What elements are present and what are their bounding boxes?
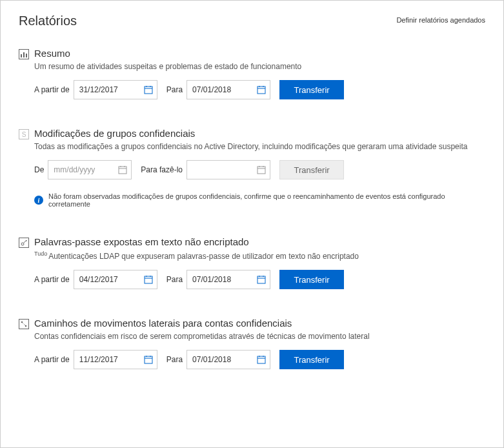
sup-label: Tudo — [34, 250, 47, 257]
svg-rect-1 — [23, 52, 25, 57]
section-title: Palavras-passe expostas em texto não enc… — [34, 236, 249, 247]
from-date-value: 04/12/2017 — [79, 275, 118, 284]
schedule-reports-link[interactable]: Definir relatórios agendados — [396, 16, 485, 24]
to-date-input[interactable]: 07/01/2018 — [186, 270, 270, 289]
info-message: i Não foram observadas modificações de g… — [34, 192, 485, 208]
s-badge-icon: S — [19, 129, 29, 139]
page-header: Relatórios Definir relatórios agendados — [19, 14, 485, 28]
calendar-icon — [118, 165, 127, 174]
section-title: Caminhos de movimentos laterais para con… — [34, 318, 292, 329]
svg-rect-2 — [26, 54, 27, 57]
to-date-input[interactable]: 07/01/2018 — [186, 350, 270, 369]
to-label: Para — [166, 355, 183, 364]
section-desc: TudoAutenticações LDAP que expuseram pal… — [34, 250, 485, 261]
section-lateral-movement: Caminhos de movimentos laterais para con… — [19, 318, 485, 369]
from-label: De — [34, 165, 44, 174]
section-group-modifications: S Modificações de grupos confidenciais T… — [19, 128, 485, 208]
from-date-value: 31/12/2017 — [79, 85, 118, 94]
to-date-input[interactable]: 07/01/2018 — [186, 80, 270, 99]
download-button[interactable]: Transferir — [279, 270, 344, 289]
from-label: A partir de — [34, 85, 70, 94]
svg-line-32 — [22, 322, 26, 326]
section-desc: Um resumo de atividades suspeitas e prob… — [34, 62, 485, 71]
svg-rect-3 — [145, 87, 152, 94]
bar-chart-icon — [19, 49, 29, 59]
calendar-icon — [257, 355, 266, 364]
calendar-icon — [144, 275, 153, 284]
svg-rect-22 — [145, 276, 152, 283]
download-button[interactable]: Transferir — [279, 80, 344, 99]
path-icon — [19, 319, 29, 329]
from-label: A partir de — [34, 275, 70, 284]
svg-rect-15 — [257, 167, 265, 174]
page-title: Relatórios — [19, 14, 77, 28]
from-date-input[interactable]: 31/12/2017 — [74, 80, 157, 99]
to-label: Para — [166, 275, 183, 284]
section-summary: Resumo Um resumo de atividades suspeitas… — [19, 48, 485, 99]
info-text: Não foram observadas modificações de gru… — [48, 192, 485, 208]
to-label: Para fazê-lo — [141, 165, 183, 174]
calendar-icon — [144, 85, 153, 94]
info-icon: i — [34, 196, 43, 205]
svg-rect-26 — [257, 276, 265, 283]
calendar-icon — [257, 85, 266, 94]
svg-point-19 — [21, 243, 24, 245]
section-title: Modificações de grupos confidenciais — [34, 128, 195, 139]
section-exposed-passwords: Palavras-passe expostas em texto não enc… — [19, 236, 485, 289]
to-date-input[interactable] — [186, 160, 270, 179]
calendar-icon — [257, 275, 266, 284]
to-date-value: 07/01/2018 — [192, 355, 231, 364]
svg-rect-37 — [257, 356, 265, 363]
download-button[interactable]: Transferir — [279, 350, 344, 369]
desc-text: Autenticações LDAP que expuseram palavra… — [48, 252, 359, 261]
from-date-input[interactable]: mm/dd/yyyy — [48, 160, 132, 179]
svg-rect-0 — [21, 54, 22, 57]
to-date-value: 07/01/2018 — [192, 275, 231, 284]
from-label: A partir de — [34, 355, 70, 364]
from-date-placeholder: mm/dd/yyyy — [54, 165, 95, 174]
section-title: Resumo — [34, 48, 70, 59]
section-desc: Contas confidenciais em risco de serem c… — [34, 332, 485, 341]
svg-rect-33 — [145, 356, 152, 363]
calendar-icon — [144, 355, 153, 364]
svg-rect-11 — [119, 167, 126, 174]
svg-line-20 — [24, 240, 27, 243]
from-date-input[interactable]: 11/12/2017 — [74, 350, 157, 369]
from-date-value: 11/12/2017 — [79, 355, 118, 364]
to-date-value: 07/01/2018 — [192, 85, 231, 94]
section-desc: Todas as modificações a grupos confidenc… — [34, 142, 485, 151]
download-button-disabled[interactable]: Transferir — [279, 160, 344, 179]
calendar-icon — [257, 165, 266, 174]
key-icon — [19, 238, 29, 248]
svg-rect-7 — [257, 87, 265, 94]
from-date-input[interactable]: 04/12/2017 — [74, 270, 157, 289]
to-label: Para — [166, 85, 183, 94]
